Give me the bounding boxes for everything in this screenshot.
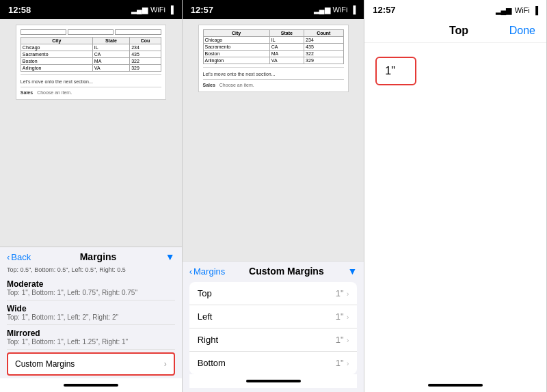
table-header-row-2: City State Count bbox=[203, 30, 343, 37]
signal-icon: ▂▄▆ bbox=[131, 5, 148, 14]
table-row: ArlingtonVA329 bbox=[203, 57, 343, 64]
cm-bottom-value: 1" bbox=[336, 358, 344, 368]
wifi-icon: WiFi bbox=[150, 5, 165, 14]
cm-left-row[interactable]: Left 1" › bbox=[189, 305, 358, 328]
mirrored-title: Mirrored bbox=[7, 328, 175, 338]
cm-bottom-arrow-icon: › bbox=[347, 359, 349, 367]
cm-top-value: 1" bbox=[336, 288, 344, 298]
panel-3-content: 1" bbox=[364, 43, 546, 378]
nav-header-1: ‹ Back Margins ▼ bbox=[0, 247, 182, 265]
dropdown-icon-2[interactable]: ▼ bbox=[347, 266, 357, 277]
moderate-subtitle: Top: 1", Bottom: 1", Left: 0.75", Right:… bbox=[7, 289, 175, 296]
status-bar-3: 12:57 ▂▄▆ WiFi ▐ bbox=[364, 0, 546, 19]
time-1: 12:58 bbox=[8, 5, 31, 15]
doc-sales-row-2: Sales Choose an item. bbox=[203, 83, 344, 87]
wifi-icon-2: WiFi bbox=[333, 5, 348, 14]
battery-icon-2: ▐ bbox=[351, 5, 356, 14]
doc-divider-3 bbox=[203, 67, 344, 68]
sales-placeholder-2: Choose an item. bbox=[219, 83, 254, 87]
doc-page-2: City State Count ChicagoIL234 Sacramento… bbox=[198, 25, 349, 92]
status-bar-1: 12:58 ▂▄▆ WiFi ▐ bbox=[0, 0, 182, 19]
table-row: SacramentoCA435 bbox=[21, 51, 161, 58]
dropdown-icon-1[interactable]: ▼ bbox=[165, 251, 175, 262]
cm-top-arrow-icon: › bbox=[347, 290, 349, 298]
cm-right-value-row: 1" › bbox=[336, 335, 349, 345]
panel-1: 12:58 ▂▄▆ WiFi ▐ City State Cou Chi bbox=[0, 0, 183, 392]
status-icons-3: ▂▄▆ WiFi ▐ bbox=[496, 3, 539, 16]
back-label-2: Margins bbox=[194, 266, 225, 277]
margin-wide[interactable]: Wide Top: 1", Bottom: 1", Left: 2", Righ… bbox=[7, 300, 175, 325]
doc-divider-2 bbox=[21, 87, 161, 87]
nav-title-2: Custom Margins bbox=[249, 266, 324, 277]
cm-left-value-row: 1" › bbox=[336, 311, 349, 322]
cm-right-value: 1" bbox=[336, 335, 344, 345]
doc-page-1: City State Cou ChicagoIL234 SacramentoCA… bbox=[16, 25, 166, 100]
nav-header-2: ‹ Margins Custom Margins ▼ bbox=[189, 266, 358, 277]
table-row: ArlingtonVA329 bbox=[21, 65, 161, 72]
doc-divider bbox=[21, 74, 161, 75]
panel-1-nav: ‹ Back Margins ▼ Top: 0.5", Bottom: 0.5"… bbox=[0, 247, 182, 392]
cm-top-row[interactable]: Top 1" › bbox=[189, 282, 358, 305]
doc-section-text-2: Let's move onto the next section... bbox=[203, 72, 344, 76]
doc-preview-2: City State Count ChicagoIL234 Sacramento… bbox=[183, 19, 364, 261]
cm-right-label: Right bbox=[198, 335, 218, 345]
back-button-2[interactable]: ‹ Margins bbox=[189, 266, 226, 277]
panel-3-title: Top bbox=[449, 25, 468, 37]
panel-2: 12:57 ▂▄▆ WiFi ▐ City State Count Chicag… bbox=[183, 0, 365, 392]
custom-margins-list: Top 1" › Left 1" › Right 1" › bbox=[189, 282, 358, 374]
table-header-row: City State Cou bbox=[21, 38, 161, 44]
custom-margins-arrow-icon: › bbox=[164, 359, 167, 369]
doc-section-text-1: Let's move onto the next section... bbox=[21, 79, 161, 84]
sales-label-1: Sales bbox=[21, 90, 33, 95]
home-bar-2 bbox=[246, 380, 301, 382]
margin-items-list: Top: 0.5", Bottom: 0.5", Left: 0.5", Rig… bbox=[0, 265, 182, 378]
battery-icon: ▐ bbox=[168, 5, 174, 14]
cm-left-label: Left bbox=[198, 311, 213, 322]
cm-left-arrow-icon: › bbox=[347, 313, 349, 321]
top-margin-input[interactable]: 1" bbox=[375, 57, 416, 85]
sales-label-2: Sales bbox=[203, 83, 215, 87]
doc-input-row bbox=[21, 29, 161, 35]
doc-input-box-1 bbox=[21, 29, 66, 35]
back-label-1: Back bbox=[11, 252, 31, 262]
cm-top-label: Top bbox=[198, 288, 212, 298]
cm-bottom-row[interactable]: Bottom 1" › bbox=[189, 352, 358, 374]
nav-title-1: Margins bbox=[80, 251, 117, 262]
cm-top-value-row: 1" › bbox=[336, 288, 349, 298]
col-count-2: Count bbox=[304, 30, 343, 37]
panel-3-header: Top Done bbox=[364, 19, 546, 43]
time-2: 12:57 bbox=[191, 5, 213, 15]
cm-bottom-label: Bottom bbox=[198, 358, 226, 368]
status-icons-2: ▂▄▆ WiFi ▐ bbox=[314, 5, 356, 14]
back-button-1[interactable]: ‹ Back bbox=[7, 252, 31, 262]
col-state-1: State bbox=[92, 38, 129, 44]
col-city-1: City bbox=[21, 38, 92, 44]
cm-bottom-value-row: 1" › bbox=[336, 358, 349, 368]
time-3: 12:57 bbox=[373, 5, 395, 15]
col-city-2: City bbox=[203, 30, 269, 37]
status-bar-2: 12:57 ▂▄▆ WiFi ▐ bbox=[183, 0, 364, 19]
custom-margins-label: Custom Margins bbox=[15, 359, 75, 369]
doc-preview-1: City State Cou ChicagoIL234 SacramentoCA… bbox=[0, 19, 182, 247]
custom-margins-button[interactable]: Custom Margins › bbox=[7, 352, 175, 376]
home-indicator-2 bbox=[189, 374, 358, 388]
doc-divider-4 bbox=[203, 79, 344, 80]
status-icons-1: ▂▄▆ WiFi ▐ bbox=[131, 5, 174, 14]
battery-icon-3: ▐ bbox=[533, 6, 538, 14]
done-button[interactable]: Done bbox=[509, 25, 535, 37]
wifi-icon-3: WiFi bbox=[515, 6, 530, 14]
back-chevron-icon-2: ‹ bbox=[189, 266, 192, 277]
scroll-indicator: Top: 0.5", Bottom: 0.5", Left: 0.5", Rig… bbox=[7, 265, 175, 276]
wide-subtitle: Top: 1", Bottom: 1", Left: 2", Right: 2" bbox=[7, 313, 175, 321]
margin-moderate[interactable]: Moderate Top: 1", Bottom: 1", Left: 0.75… bbox=[7, 276, 175, 300]
table-row: ChicagoIL234 bbox=[203, 37, 343, 44]
cm-right-row[interactable]: Right 1" › bbox=[189, 328, 358, 352]
cm-right-arrow-icon: › bbox=[347, 336, 349, 344]
margin-mirrored[interactable]: Mirrored Top: 1", Bottom: 1", Left: 1.25… bbox=[7, 325, 175, 350]
col-count-1: Cou bbox=[130, 38, 161, 44]
home-bar-3 bbox=[428, 384, 483, 387]
home-indicator-1 bbox=[0, 378, 182, 392]
panel-2-nav: ‹ Margins Custom Margins ▼ Top 1" › Left… bbox=[183, 261, 364, 392]
panel-3: 12:57 ▂▄▆ WiFi ▐ Top Done 1" bbox=[364, 0, 547, 392]
back-chevron-icon: ‹ bbox=[7, 252, 10, 262]
